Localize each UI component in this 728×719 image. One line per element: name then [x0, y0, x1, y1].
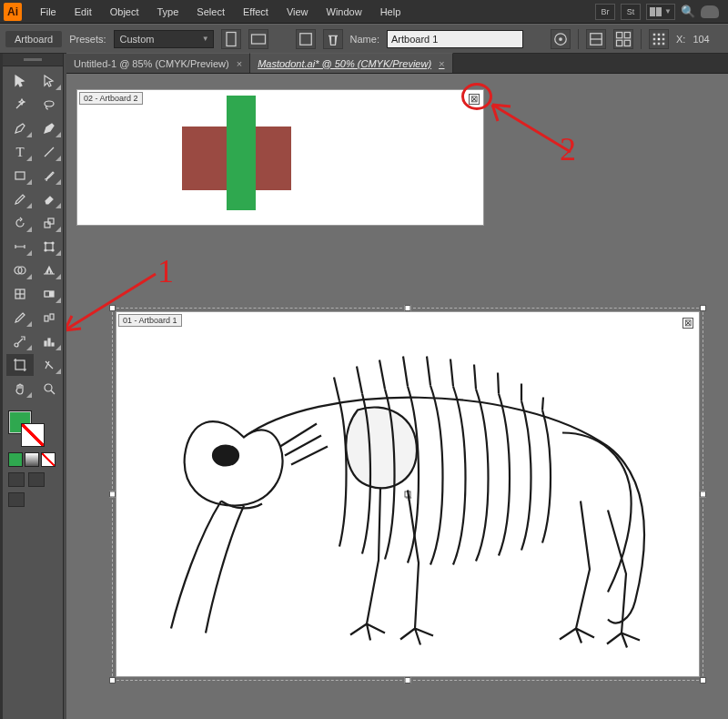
- menu-file[interactable]: File: [31, 3, 66, 21]
- artboard-1[interactable]: 01 - Artboard 1 ⊠: [116, 312, 699, 676]
- screen-mode-row: [8, 472, 57, 487]
- mesh-tool[interactable]: [6, 283, 34, 305]
- artboard-delete-marker[interactable]: ⊠: [682, 318, 693, 329]
- rotate-tool[interactable]: [6, 212, 34, 234]
- rearrange-all-button[interactable]: [613, 29, 633, 49]
- lasso-tool[interactable]: [35, 94, 63, 116]
- color-mode-none[interactable]: [41, 452, 56, 467]
- screen-mode-row-2: [8, 492, 57, 507]
- menu-help[interactable]: Help: [371, 3, 410, 21]
- menu-effect[interactable]: Effect: [234, 3, 278, 21]
- new-artboard-button[interactable]: [296, 29, 316, 49]
- document-tab-1[interactable]: Untitled-1 @ 85% (CMYK/Preview) ×: [66, 53, 250, 73]
- artboard-2[interactable]: 02 - Artboard 2 ⊠: [77, 90, 483, 225]
- name-label: Name:: [350, 34, 379, 45]
- resize-handle[interactable]: [109, 491, 116, 498]
- orientation-landscape-button[interactable]: [248, 29, 268, 49]
- close-icon[interactable]: ×: [439, 58, 444, 69]
- selection-tool[interactable]: [6, 70, 34, 92]
- svg-rect-16: [662, 37, 665, 40]
- presets-value: Custom: [120, 34, 155, 45]
- resize-handle[interactable]: [700, 305, 706, 311]
- svg-point-27: [52, 242, 54, 244]
- artboard-delete-marker[interactable]: ⊠: [469, 94, 480, 105]
- draw-behind-button[interactable]: [28, 472, 45, 487]
- workspace-layout-button[interactable]: ▼: [646, 4, 675, 20]
- resize-handle[interactable]: [109, 305, 116, 311]
- blend-tool[interactable]: [35, 307, 63, 329]
- eyedropper-tool[interactable]: [6, 307, 34, 329]
- svg-rect-14: [653, 37, 656, 40]
- orientation-portrait-button[interactable]: [221, 29, 241, 49]
- magic-wand-tool[interactable]: [6, 94, 34, 116]
- close-icon[interactable]: ×: [237, 58, 242, 69]
- artboard-tool[interactable]: [6, 354, 34, 376]
- divider: [578, 29, 579, 49]
- perspective-grid-tool[interactable]: [35, 259, 63, 281]
- zoom-tool[interactable]: [35, 378, 63, 400]
- stroke-swatch[interactable]: [21, 423, 45, 447]
- menu-edit[interactable]: Edit: [66, 3, 101, 21]
- column-graph-tool[interactable]: [35, 330, 63, 352]
- rectangle-tool[interactable]: [6, 165, 34, 187]
- green-rectangle-shape[interactable]: [227, 96, 256, 210]
- mastodon-skeleton-image[interactable]: [135, 326, 681, 658]
- direct-selection-tool[interactable]: [35, 70, 63, 92]
- canvas[interactable]: 02 - Artboard 2 ⊠ 01 - Artboard 1 ⊠: [66, 74, 728, 719]
- delete-artboard-button[interactable]: [323, 29, 343, 49]
- resize-handle[interactable]: [405, 677, 411, 684]
- menu-window[interactable]: Window: [318, 3, 371, 21]
- shape-builder-tool[interactable]: [6, 259, 34, 281]
- document-tab-2[interactable]: Mastodont.ai* @ 50% (CMYK/Preview) ×: [250, 53, 452, 73]
- x-label: X:: [676, 34, 685, 45]
- pencil-tool[interactable]: [6, 188, 34, 210]
- svg-point-48: [45, 384, 52, 391]
- gradient-tool[interactable]: [35, 283, 63, 305]
- artboard-options-button[interactable]: [586, 29, 606, 49]
- menu-type[interactable]: Type: [148, 3, 188, 21]
- slice-tool[interactable]: [35, 354, 63, 376]
- divider: [641, 29, 642, 49]
- reference-point-button[interactable]: [649, 29, 669, 49]
- pen-tool[interactable]: [6, 117, 34, 139]
- svg-rect-25: [46, 243, 53, 250]
- resize-handle[interactable]: [405, 305, 411, 311]
- move-artwork-toggle[interactable]: [551, 29, 571, 49]
- stock-chip[interactable]: St: [621, 4, 641, 20]
- screen-mode-button[interactable]: [8, 492, 25, 507]
- search-icon[interactable]: 🔍: [681, 5, 695, 18]
- resize-handle[interactable]: [700, 491, 706, 498]
- menu-view[interactable]: View: [278, 3, 318, 21]
- menu-object[interactable]: Object: [101, 3, 148, 21]
- artboard-name-input[interactable]: Artboard 1: [387, 30, 523, 48]
- tools-grip[interactable]: [3, 54, 63, 66]
- presets-select[interactable]: Custom ▼: [114, 30, 214, 48]
- width-tool[interactable]: [6, 236, 34, 258]
- svg-rect-7: [616, 32, 622, 37]
- chevron-down-icon: ▼: [202, 35, 209, 43]
- bridge-chip[interactable]: Br: [595, 4, 615, 20]
- tools-panel: T: [0, 54, 64, 719]
- menu-select[interactable]: Select: [187, 3, 234, 21]
- type-tool[interactable]: T: [6, 141, 34, 163]
- x-value: 104: [693, 34, 709, 45]
- fill-stroke-swatches[interactable]: [6, 409, 59, 447]
- color-mode-gradient[interactable]: [25, 452, 39, 467]
- sync-cloud-icon[interactable]: [701, 5, 719, 18]
- hand-tool[interactable]: [6, 378, 34, 400]
- svg-rect-9: [616, 40, 622, 46]
- scale-tool[interactable]: [35, 212, 63, 234]
- symbol-sprayer-tool[interactable]: [6, 330, 34, 352]
- resize-handle[interactable]: [109, 677, 116, 684]
- curvature-tool[interactable]: [35, 117, 63, 139]
- free-transform-tool[interactable]: [35, 236, 63, 258]
- resize-handle[interactable]: [700, 677, 706, 684]
- svg-rect-8: [624, 32, 630, 37]
- svg-rect-1: [251, 35, 265, 44]
- paintbrush-tool[interactable]: [35, 165, 63, 187]
- color-mode-color[interactable]: [8, 452, 23, 467]
- eraser-tool[interactable]: [35, 188, 63, 210]
- line-segment-tool[interactable]: [35, 141, 63, 163]
- svg-point-39: [15, 343, 18, 347]
- draw-normal-button[interactable]: [8, 472, 25, 487]
